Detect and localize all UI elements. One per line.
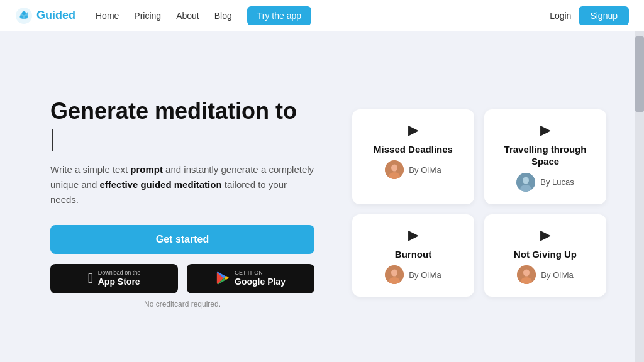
nav-right: Login Signup xyxy=(550,6,629,25)
svg-point-5 xyxy=(391,165,397,172)
hero-title: Generate meditation to xyxy=(50,97,314,151)
no-creditcard-text: No creditcard required. xyxy=(50,300,314,309)
card-author-1: By Olivia xyxy=(385,160,441,179)
navbar: Guided Home Pricing About Blog Try the a… xyxy=(0,0,644,31)
card-title-4: Not Giving Up xyxy=(514,248,577,261)
play-icon-4[interactable]: ▶ xyxy=(540,227,551,243)
svg-point-14 xyxy=(523,270,530,277)
card-title-3: Burnout xyxy=(395,248,431,261)
card-author-3: By Olivia xyxy=(385,265,441,284)
hero-description: Write a simple text prompt and instantly… xyxy=(50,162,314,207)
google-play-button[interactable]: GET IT ON Google Play xyxy=(187,264,314,293)
scrollbar-track[interactable] xyxy=(635,31,644,362)
google-play-icon xyxy=(216,272,230,285)
card-title-1: Missed Deadlines xyxy=(374,143,453,156)
get-started-button[interactable]: Get started xyxy=(50,225,314,254)
nav-blog[interactable]: Blog xyxy=(214,11,232,21)
svg-point-8 xyxy=(523,177,529,184)
nav-about[interactable]: About xyxy=(176,11,199,21)
card-not-giving-up: ▶ Not Giving Up By Olivia xyxy=(484,214,606,297)
play-icon-3[interactable]: ▶ xyxy=(408,227,419,243)
svg-point-11 xyxy=(391,270,397,277)
svg-point-2 xyxy=(20,15,23,18)
try-app-button[interactable]: Try the app xyxy=(247,6,311,25)
app-store-button[interactable]:  Download on the App Store xyxy=(50,264,178,293)
nav-pricing[interactable]: Pricing xyxy=(134,11,161,21)
card-by-1: By Olivia xyxy=(409,165,441,175)
google-play-text: GET IT ON Google Play xyxy=(235,270,286,287)
scrollbar-thumb[interactable] xyxy=(635,36,644,112)
signup-button[interactable]: Signup xyxy=(579,6,629,25)
avatar-olivia-1 xyxy=(385,160,404,179)
logo-text: Guided xyxy=(36,9,75,22)
card-missed-deadlines: ▶ Missed Deadlines By Olivia xyxy=(352,109,474,204)
login-button[interactable]: Login xyxy=(550,11,571,21)
card-travelling-space: ▶ Travelling through Space By Lucas xyxy=(484,109,606,204)
card-by-4: By Olivia xyxy=(541,270,573,280)
play-icon-2[interactable]: ▶ xyxy=(540,122,551,138)
card-title-2: Travelling through Space xyxy=(494,143,596,168)
nav-home[interactable]: Home xyxy=(96,11,119,21)
card-burnout: ▶ Burnout By Olivia xyxy=(352,214,474,297)
card-by-3: By Olivia xyxy=(409,270,441,280)
nav-links: Home Pricing About Blog Try the app xyxy=(96,6,550,25)
store-buttons:  Download on the App Store GET IT ON Go… xyxy=(50,264,314,293)
svg-point-3 xyxy=(25,15,28,18)
text-cursor xyxy=(52,129,53,151)
app-store-text: Download on the App Store xyxy=(98,270,141,287)
left-panel: Generate meditation to Write a simple te… xyxy=(50,97,314,309)
main-content: Generate meditation to Write a simple te… xyxy=(0,31,644,362)
avatar-olivia-3 xyxy=(517,265,536,284)
card-by-2: By Lucas xyxy=(540,177,574,187)
card-author-4: By Olivia xyxy=(517,265,573,284)
avatar-olivia-2 xyxy=(385,265,404,284)
svg-point-1 xyxy=(22,11,26,15)
card-author-2: By Lucas xyxy=(516,173,574,192)
play-icon-1[interactable]: ▶ xyxy=(408,122,419,138)
apple-icon:  xyxy=(88,272,93,285)
logo[interactable]: Guided xyxy=(15,7,75,25)
meditation-cards: ▶ Missed Deadlines By Olivia ▶ Travellin… xyxy=(352,109,606,297)
avatar-lucas xyxy=(516,173,535,192)
